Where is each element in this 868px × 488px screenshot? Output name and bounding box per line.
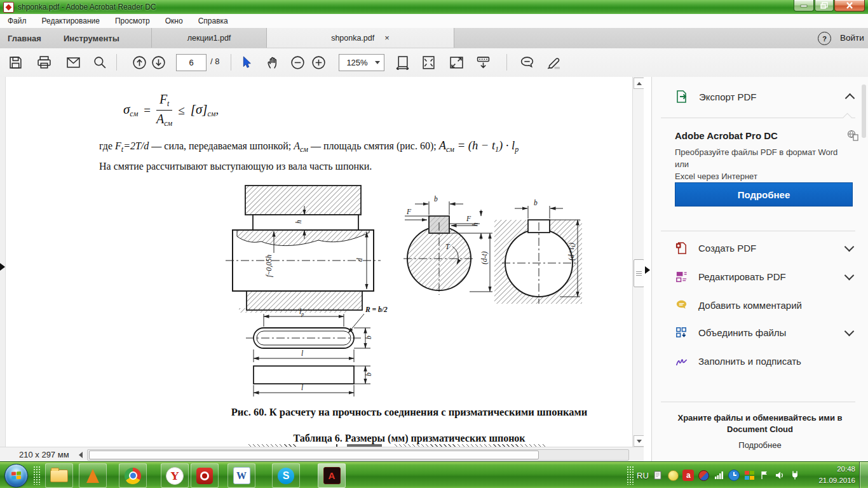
fit-width-button[interactable] xyxy=(394,54,410,71)
chevron-down-icon[interactable] xyxy=(844,271,855,281)
sidebar-item-fill-sign[interactable]: Заполнить и подписать xyxy=(675,351,857,370)
navigation-pane-strip[interactable] xyxy=(0,77,6,447)
taskbar-item-chrome[interactable] xyxy=(119,463,147,488)
taskbar-item-skype[interactable]: S xyxy=(272,463,300,488)
vertical-scrollbar[interactable] xyxy=(632,77,644,447)
taskbar-item-yandex[interactable]: Y xyxy=(161,463,189,488)
collapse-chevron-icon[interactable] xyxy=(845,93,855,104)
page-number-input[interactable]: 6 xyxy=(176,54,207,71)
tray-action-center-flag-icon[interactable] xyxy=(759,470,771,482)
tray-volume-icon[interactable] xyxy=(774,470,786,482)
export-pdf-header[interactable]: Экспорт PDF xyxy=(675,90,757,104)
scroll-mode-button[interactable] xyxy=(475,54,491,71)
start-button[interactable] xyxy=(4,464,28,487)
edit-pdf-icon xyxy=(675,270,688,283)
paragraph-2: На смятие рассчитывают выступающую из ва… xyxy=(99,161,372,172)
expand-nav-pane-icon[interactable] xyxy=(0,263,5,271)
sidebar-item-combine-files[interactable]: Объединить файлы xyxy=(675,323,857,342)
previous-page-button[interactable] xyxy=(131,54,147,71)
highlight-button[interactable] xyxy=(545,54,562,71)
tab-home[interactable]: Главная xyxy=(8,28,41,48)
comment-button[interactable] xyxy=(519,54,535,71)
select-tool-button[interactable] xyxy=(238,54,254,71)
vertical-scrollbar-thumb[interactable] xyxy=(634,259,644,287)
tray-paint-app-icon[interactable] xyxy=(698,470,710,482)
tray-avira-icon[interactable]: a xyxy=(682,470,695,482)
tray-grip xyxy=(627,466,634,485)
sidebar-item-add-comment[interactable]: Добавить комментарий xyxy=(675,295,857,315)
scroll-left-icon[interactable] xyxy=(79,452,83,458)
taskbar-item-vlc[interactable] xyxy=(79,463,107,488)
hand-tool-button[interactable] xyxy=(264,54,281,71)
chevron-down-icon[interactable] xyxy=(844,327,855,337)
sidebar-item-create-pdf[interactable]: Создать PDF xyxy=(675,238,857,257)
yandex-icon: Y xyxy=(166,467,184,485)
taskbar-item-finereader[interactable] xyxy=(191,463,219,488)
scroll-down-button[interactable] xyxy=(634,435,644,447)
document-cloud-link[interactable]: Подробнее xyxy=(665,440,855,450)
search-button[interactable] xyxy=(92,54,108,71)
taskbar-item-word[interactable]: W xyxy=(227,463,255,488)
window-title: shponka.pdf - Adobe Acrobat Reader DC xyxy=(18,3,156,11)
tab-close-icon[interactable]: × xyxy=(384,34,390,42)
horizontal-scrollbar-thumb[interactable] xyxy=(89,451,539,459)
scroll-up-button[interactable] xyxy=(634,78,644,89)
learn-more-button[interactable]: Подробнее xyxy=(675,182,853,207)
help-icon[interactable]: ? xyxy=(818,32,831,45)
formula-sigma-base: σ xyxy=(123,102,130,117)
tray-yellow-app-icon[interactable] xyxy=(667,470,679,482)
combine-files-icon xyxy=(675,326,688,339)
expand-tools-panel-icon[interactable] xyxy=(645,266,650,274)
print-icon xyxy=(37,55,51,70)
doc-tab-shponka[interactable]: shponka.pdf × xyxy=(266,28,454,48)
tray-windows-update-icon[interactable] xyxy=(743,470,756,482)
fit-page-icon xyxy=(421,55,436,70)
tabbar: Главная Инструменты лекции1.pdf shponka.… xyxy=(0,28,868,49)
zoom-level-dropdown[interactable]: 125% xyxy=(339,54,384,71)
zoom-in-button[interactable] xyxy=(310,54,327,71)
print-button[interactable] xyxy=(36,54,52,71)
toolbar: 6 / 8 125% xyxy=(0,48,868,78)
taskbar-item-explorer[interactable] xyxy=(45,463,73,488)
zoom-out-button[interactable] xyxy=(289,54,306,71)
chevron-down-icon[interactable] xyxy=(844,242,855,252)
save-icon xyxy=(8,55,23,70)
formula-bracket-sub: см xyxy=(207,109,215,118)
fit-page-button[interactable] xyxy=(420,54,437,71)
sidebar-item-edit-pdf[interactable]: Редактировать PDF xyxy=(675,267,857,286)
horizontal-scrollbar[interactable] xyxy=(87,449,629,461)
menu-view[interactable]: Просмотр xyxy=(107,14,158,28)
menu-edit[interactable]: Редактирование xyxy=(34,14,107,28)
export-pdf-icon xyxy=(675,90,689,104)
menu-file[interactable]: Файл xyxy=(0,14,34,28)
next-page-button[interactable] xyxy=(150,54,166,71)
tray-network-signal-icon[interactable] xyxy=(713,470,725,482)
desktop: shponka.pdf - Adobe Acrobat Reader DC Фа… xyxy=(0,0,868,488)
doc-tab-lekcii1[interactable]: лекции1.pdf xyxy=(151,28,267,48)
page-total: / 8 xyxy=(210,57,219,66)
save-button[interactable] xyxy=(7,54,24,71)
tray-power-plug-icon[interactable] xyxy=(789,470,801,482)
tools-panel-strip[interactable] xyxy=(644,77,652,461)
tray-clock[interactable]: 20:48 21.09.2016 xyxy=(813,464,855,487)
menu-window[interactable]: Окно xyxy=(158,14,191,28)
menu-help[interactable]: Справка xyxy=(191,14,236,28)
close-button[interactable] xyxy=(834,0,865,11)
tray-scheduler-icon[interactable] xyxy=(728,470,740,482)
hand-icon xyxy=(266,55,280,70)
doc-tab-lekcii1-label: лекции1.pdf xyxy=(187,34,231,43)
fullscreen-button[interactable] xyxy=(448,54,465,71)
tray-document-icon[interactable] xyxy=(652,470,664,482)
restore-button[interactable] xyxy=(815,0,834,11)
email-button[interactable] xyxy=(65,54,81,71)
minimize-button[interactable] xyxy=(794,0,814,11)
tab-tools[interactable]: Инструменты xyxy=(64,28,119,48)
language-indicator[interactable]: RU xyxy=(637,471,649,480)
sign-in-button[interactable]: Войти xyxy=(840,33,864,43)
taskbar-item-acrobat[interactable]: A xyxy=(318,463,346,488)
sidebar-scrollbar-thumb[interactable] xyxy=(862,85,866,138)
taskbar-grip xyxy=(33,466,40,485)
table-caption: Таблица 6. Размеры (мм) призматических ш… xyxy=(190,433,628,444)
zoom-level-value: 125% xyxy=(339,58,375,67)
show-desktop-button[interactable] xyxy=(859,462,868,488)
